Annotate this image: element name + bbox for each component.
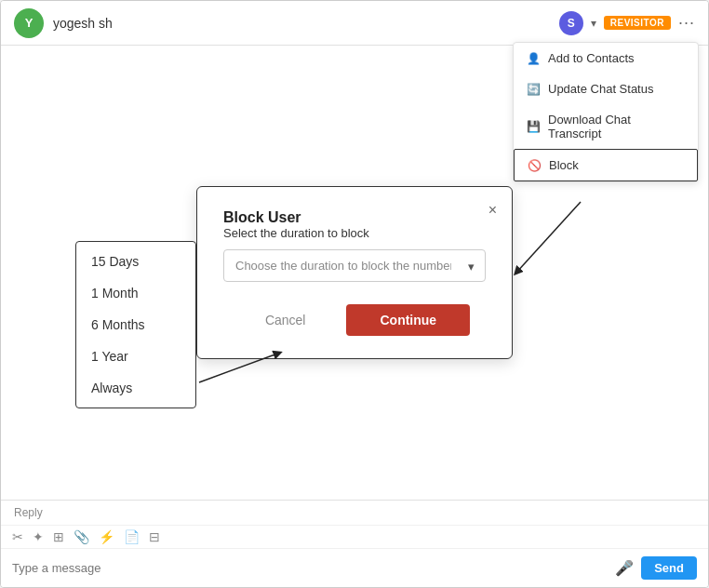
download-icon: 💾	[527, 120, 541, 133]
footer-input-row: 🎤 Send	[1, 549, 708, 587]
header-right: S ▾ REVISITOR ···	[559, 11, 695, 35]
update-chat-icon: 🔄	[527, 83, 541, 96]
scissors-icon[interactable]: ✂	[12, 529, 23, 544]
option-6months[interactable]: 6 Months	[76, 309, 195, 341]
mic-icon[interactable]: 🎤	[615, 559, 634, 577]
modal-duration-label: Select the duration to block	[223, 226, 486, 240]
grid-icon[interactable]: ⊞	[53, 529, 64, 544]
block-user-modal: Block User × Select the duration to bloc…	[196, 186, 513, 359]
chevron-down-icon[interactable]: ▾	[591, 17, 596, 30]
avatar: Y	[14, 8, 44, 38]
add-contacts-icon: 👤	[527, 52, 541, 65]
lightning-icon[interactable]: ⚡	[99, 529, 114, 544]
continue-button[interactable]: Continue	[346, 304, 470, 336]
modal-title: Block User	[223, 209, 301, 225]
option-always[interactable]: Always	[76, 372, 195, 404]
footer: Reply ✂ ✦ ⊞ 📎 ⚡ 📄 ⊟ 🎤 Send	[1, 500, 708, 587]
option-15days[interactable]: 15 Days	[76, 246, 195, 277]
layout-icon[interactable]: ⊟	[149, 529, 160, 544]
reply-label: Reply	[1, 501, 708, 526]
cancel-button[interactable]: Cancel	[239, 304, 332, 336]
context-menu-item-block[interactable]: 🚫 Block	[514, 149, 698, 181]
revisitor-badge: REVISITOR	[604, 16, 671, 30]
dropdown-options-popup: 15 Days 1 Month 6 Months 1 Year Always	[75, 241, 196, 408]
star-icon[interactable]: ✦	[33, 529, 44, 544]
option-1year[interactable]: 1 Year	[76, 341, 195, 372]
s-badge: S	[559, 11, 583, 35]
modal-actions: Cancel Continue	[223, 304, 486, 336]
app-window: Y yogesh sh S ▾ REVISITOR ··· 👤 Add to C…	[0, 0, 709, 588]
document-icon[interactable]: 📄	[124, 529, 140, 544]
modal-select-wrapper: Choose the duration to block the number …	[223, 249, 486, 282]
context-menu-item-update-chat-status[interactable]: 🔄 Update Chat Status	[514, 74, 698, 104]
context-menu: 👤 Add to Contacts 🔄 Update Chat Status 💾…	[513, 42, 699, 182]
send-button[interactable]: Send	[641, 556, 697, 580]
paperclip-icon[interactable]: 📎	[74, 529, 89, 544]
modal-close-button[interactable]: ×	[488, 202, 497, 219]
block-icon: 🚫	[528, 159, 542, 172]
username-label: yogesh sh	[53, 16, 559, 31]
message-input[interactable]	[12, 561, 608, 575]
context-menu-item-add-contacts[interactable]: 👤 Add to Contacts	[514, 43, 698, 74]
duration-select[interactable]: Choose the duration to block the number …	[223, 249, 486, 282]
option-1month[interactable]: 1 Month	[76, 277, 195, 309]
more-options-icon[interactable]: ···	[678, 13, 695, 33]
footer-toolbar: ✂ ✦ ⊞ 📎 ⚡ 📄 ⊟	[1, 526, 708, 549]
header: Y yogesh sh S ▾ REVISITOR ···	[1, 1, 708, 46]
context-menu-item-download-transcript[interactable]: 💾 Download Chat Transcript	[514, 104, 698, 149]
